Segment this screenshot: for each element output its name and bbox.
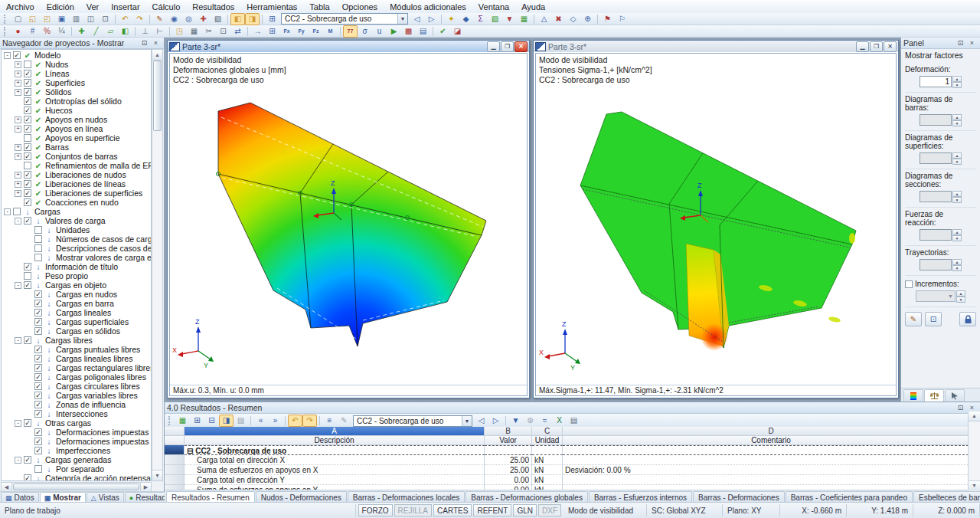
row-header[interactable]: [165, 475, 185, 485]
tree-item-por-separado[interactable]: ↓Por separado: [2, 464, 151, 474]
tree-checkbox[interactable]: ✓: [24, 217, 31, 225]
snap-icon[interactable]: ●: [11, 25, 25, 38]
navigator-tab-mostrar[interactable]: ▣Mostrar: [40, 492, 86, 503]
close-icon[interactable]: ✕: [514, 41, 528, 52]
close-icon[interactable]: ×: [150, 38, 162, 48]
status-toggle-gln[interactable]: GLN: [513, 504, 537, 516]
factor-stepper[interactable]: ▲▼: [952, 259, 962, 270]
stepper-down-icon[interactable]: ▼: [952, 159, 962, 165]
tree-item-cargas-poligonales-libres[interactable]: ✓↓Cargas poligonales libres: [2, 372, 151, 382]
window-tile-vertical-icon[interactable]: ◨: [245, 13, 260, 25]
surface-icon[interactable]: ▱: [103, 25, 118, 38]
hide-columns-icon[interactable]: ≡: [322, 415, 337, 427]
force-y-icon[interactable]: Fy: [294, 25, 309, 38]
menu-archivo[interactable]: Archivo: [0, 2, 41, 12]
result-mode-icon[interactable]: 77: [343, 25, 358, 38]
stepper-up-icon[interactable]: ▲: [952, 76, 962, 82]
tree-item-nudos[interactable]: +✔Nudos: [2, 60, 151, 69]
line-icon[interactable]: ╱: [89, 25, 103, 38]
tab-display[interactable]: [945, 389, 965, 402]
calculation-icon[interactable]: Σ: [473, 13, 488, 25]
edit-panel-button[interactable]: ✎: [905, 312, 922, 326]
restore-icon[interactable]: ❒: [870, 41, 883, 52]
open-file-icon[interactable]: ◱: [25, 13, 40, 25]
tree-expand-icon[interactable]: +: [15, 70, 21, 77]
tree-checkbox[interactable]: ✓: [34, 447, 42, 454]
menu-edici-n[interactable]: Edición: [41, 2, 80, 12]
animation-icon[interactable]: ▶: [387, 25, 401, 38]
menu-c-lculo[interactable]: Cálculo: [146, 2, 187, 12]
tree-checkbox[interactable]: ✓: [34, 364, 42, 372]
menu-herramientas[interactable]: Herramientas: [240, 2, 303, 12]
increments-stepper[interactable]: ▲▼: [956, 290, 965, 302]
percent-icon[interactable]: %: [40, 25, 54, 38]
tree-item-conjuntos-de-barras[interactable]: +✓✔Conjuntos de barras: [2, 152, 151, 161]
prev-table-icon[interactable]: «: [253, 415, 268, 427]
tree-item-cargas[interactable]: -↓Cargas: [2, 207, 151, 216]
tree-expand-icon[interactable]: +: [15, 61, 21, 68]
menu-insertar[interactable]: Insertar: [105, 2, 145, 12]
tree-item-imperfecciones[interactable]: ✓↓Imperfecciones: [2, 446, 151, 455]
results-tab-esbelteces-de-barras[interactable]: Esbelteces de barras: [913, 491, 980, 503]
tree-item-mostrar-valores-de-carga-en-el-centro[interactable]: ↓Mostrar valores de carga en el centro: [2, 253, 151, 262]
tree-expand-icon[interactable]: -: [15, 337, 21, 344]
scroll-up-icon[interactable]: ▲: [152, 50, 162, 61]
tree-checkbox[interactable]: ✓: [24, 125, 31, 133]
force-x-icon[interactable]: Fx: [279, 25, 294, 38]
results-tab-barras-deformaciones-globales[interactable]: Barras - Deformaciones globales: [466, 491, 588, 503]
tree-expand-icon[interactable]: +: [15, 116, 21, 123]
zoom-icon[interactable]: ◉: [167, 13, 181, 25]
menu-tabla[interactable]: Tabla: [303, 2, 335, 12]
column-letter[interactable]: D: [563, 427, 980, 436]
loads-icon[interactable]: ▼: [502, 13, 517, 25]
tree-checkbox[interactable]: ✓: [34, 438, 42, 445]
filter-icon[interactable]: ▼: [508, 415, 523, 427]
search-icon[interactable]: ⊛: [523, 415, 537, 427]
row-header[interactable]: [165, 455, 185, 465]
tree-checkbox[interactable]: ✓: [24, 263, 31, 270]
tree-checkbox[interactable]: ✓: [34, 300, 42, 307]
moment-icon[interactable]: M: [323, 25, 338, 38]
tree-expand-icon[interactable]: +: [15, 153, 21, 160]
navigator-vscrollbar[interactable]: ▲ ▼: [152, 49, 163, 481]
tree-checkbox[interactable]: ✓: [24, 70, 31, 77]
tree-checkbox[interactable]: ✓: [13, 51, 21, 59]
menu-ventana[interactable]: Ventana: [472, 2, 515, 12]
minimize-icon[interactable]: ▁: [856, 41, 869, 52]
save-icon[interactable]: ▣: [54, 13, 69, 25]
tree-item-liberaciones-de-superficies[interactable]: +✓✔Liberaciones de superficies: [2, 189, 151, 198]
table-settings-icon[interactable]: ▦: [175, 415, 190, 427]
stepper-down-icon[interactable]: ▼: [952, 197, 962, 203]
results-tab-barras-coeficientes-para-pandeo[interactable]: Barras - Coeficientes para pandeo: [786, 491, 913, 503]
pan-icon[interactable]: ◆: [459, 13, 473, 25]
tree-expand-icon[interactable]: +: [15, 172, 21, 179]
stepper-up-icon[interactable]: ▲: [952, 259, 962, 265]
scroll-down-icon[interactable]: ▼: [152, 470, 162, 480]
excel-export-icon[interactable]: X: [552, 415, 567, 427]
stepper-down-icon[interactable]: ▼: [952, 120, 962, 126]
stepper-up-icon[interactable]: ▲: [952, 114, 962, 120]
prev-case-icon[interactable]: ◁: [474, 415, 488, 427]
results-tab-barras-deformaciones[interactable]: Barras - Deformaciones: [693, 491, 785, 503]
chart-icon[interactable]: ≈: [537, 415, 552, 427]
tree-checkbox[interactable]: ✓: [24, 189, 31, 197]
tree-expand-icon[interactable]: -: [15, 457, 21, 464]
table-undo-icon[interactable]: ↶: [288, 415, 302, 427]
scroll-left-icon[interactable]: ◀: [2, 483, 12, 491]
tree-item-cargas-variables-libres[interactable]: ✓↓Cargas variables libres: [2, 391, 151, 400]
tree-expand-icon[interactable]: +: [15, 181, 21, 188]
tree-checkbox[interactable]: ✓: [34, 382, 42, 390]
new-file-icon[interactable]: ▢: [11, 13, 25, 25]
new-window-icon[interactable]: ▧: [211, 13, 225, 25]
tree-item-unidades[interactable]: ↓Unidades: [2, 225, 151, 234]
menu-resultados[interactable]: Resultados: [186, 2, 240, 12]
select-icon[interactable]: ✚: [196, 13, 211, 25]
colors-icon[interactable]: ◪: [450, 25, 465, 38]
tree-checkbox[interactable]: ✓: [24, 88, 31, 96]
status-toggle-refent[interactable]: REFENT: [473, 504, 511, 516]
stepper-down-icon[interactable]: ▼: [952, 235, 962, 241]
column-header[interactable]: Unidad: [532, 436, 563, 445]
tree-item-cargas-lineales[interactable]: ✓↓Cargas lineales: [2, 308, 151, 317]
close-icon[interactable]: ✕: [884, 41, 897, 52]
clip-icon[interactable]: ✖: [551, 13, 566, 25]
